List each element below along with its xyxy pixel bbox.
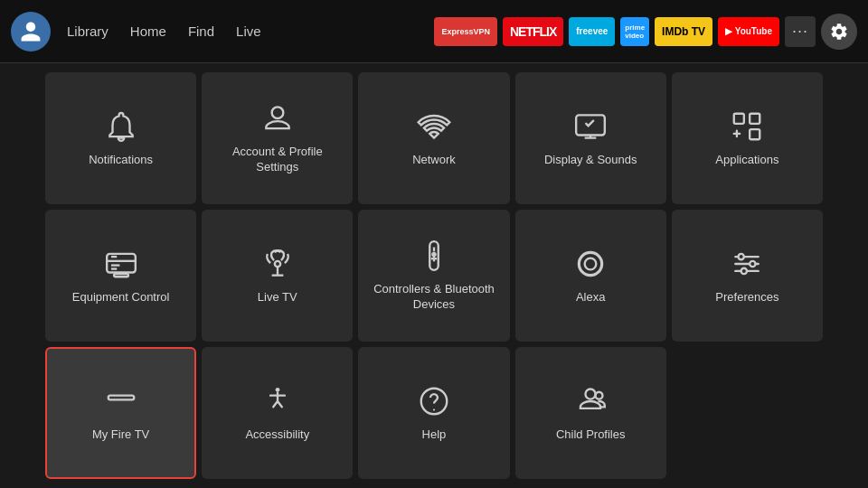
nav-find[interactable]: Find [188, 23, 214, 39]
app-youtube[interactable]: ▶ YouTube [718, 17, 779, 46]
display-label: Display & Sounds [544, 153, 637, 168]
nav-links: Library Home Find Live [67, 23, 261, 39]
svg-point-17 [580, 252, 602, 275]
settings-display[interactable]: Display & Sounds [515, 72, 666, 204]
svg-point-0 [271, 107, 283, 118]
svg-point-28 [433, 408, 435, 410]
help-icon [417, 384, 451, 418]
svg-point-11 [275, 260, 280, 266]
settings-account[interactable]: Account & Profile Settings [202, 72, 353, 204]
svg-rect-7 [114, 274, 128, 277]
user-avatar[interactable] [11, 12, 51, 52]
more-apps-button[interactable]: ··· [785, 16, 816, 47]
svg-point-24 [741, 267, 747, 273]
applications-label: Applications [715, 153, 778, 168]
preferences-label: Preferences [715, 290, 778, 305]
monitor-icon [104, 247, 138, 281]
top-navigation: Library Home Find Live ExpressVPN NETFLI… [0, 0, 868, 63]
svg-point-14 [432, 253, 435, 256]
person-icon [260, 101, 295, 136]
app-netflix[interactable]: NETFLIX [503, 17, 563, 46]
bell-icon [104, 109, 138, 144]
settings-applications[interactable]: Applications [672, 72, 823, 204]
settings-network[interactable]: Network [358, 72, 509, 204]
alexa-icon [573, 247, 608, 281]
settings-livetv[interactable]: Live TV [202, 210, 353, 342]
app-imdb[interactable]: IMDb TV [655, 17, 712, 46]
alexa-label: Alexa [576, 290, 606, 305]
myfiretv-label: My Fire TV [92, 427, 149, 443]
firetv-icon [104, 384, 138, 418]
notifications-label: Notifications [89, 153, 153, 168]
accessibility-icon [260, 384, 295, 418]
settings-equipment[interactable]: Equipment Control [45, 210, 196, 342]
livetv-label: Live TV [258, 290, 297, 305]
svg-rect-25 [108, 395, 134, 399]
settings-accessibility[interactable]: Accessibility [202, 347, 353, 479]
settings-controllers[interactable]: Controllers & Bluetooth Devices [358, 210, 509, 342]
app-freevee[interactable]: freevee [569, 17, 615, 46]
settings-gear-button[interactable] [821, 14, 857, 50]
svg-point-23 [750, 260, 756, 266]
antenna-icon [260, 247, 295, 281]
settings-alexa[interactable]: Alexa [515, 210, 666, 342]
svg-point-22 [739, 253, 744, 258]
apps-icon [730, 109, 764, 144]
nav-live[interactable]: Live [236, 23, 261, 39]
svg-point-26 [275, 388, 279, 392]
nav-library[interactable]: Library [67, 23, 108, 39]
nav-home[interactable]: Home [130, 23, 166, 39]
app-expressvpn[interactable]: ExpressVPN [434, 17, 497, 46]
wifi-icon [417, 109, 451, 144]
childprofiles-label: Child Profiles [556, 427, 626, 443]
app-prime[interactable]: primevideo [620, 17, 649, 46]
settings-childprofiles[interactable]: Child Profiles [515, 347, 666, 479]
svg-rect-5 [107, 253, 136, 272]
svg-rect-2 [734, 113, 744, 123]
network-label: Network [412, 153, 456, 168]
account-label: Account & Profile Settings [211, 145, 344, 175]
accessibility-label: Accessibility [245, 427, 309, 443]
display-icon [573, 109, 608, 144]
empty-cell [672, 347, 823, 479]
app-shortcuts: ExpressVPN NETFLIX freevee primevideo IM… [434, 14, 857, 50]
remote-icon [417, 239, 451, 273]
svg-point-30 [596, 391, 603, 399]
help-label: Help [422, 427, 447, 443]
sliders-icon [730, 247, 764, 281]
svg-point-18 [585, 258, 597, 269]
svg-rect-4 [750, 129, 760, 139]
settings-preferences[interactable]: Preferences [672, 210, 823, 342]
settings-help[interactable]: Help [358, 347, 509, 479]
equipment-label: Equipment Control [72, 290, 170, 305]
svg-rect-3 [750, 113, 760, 123]
svg-point-29 [586, 389, 596, 399]
settings-myfiretv[interactable]: My Fire TV [45, 347, 196, 479]
controllers-label: Controllers & Bluetooth Devices [367, 282, 500, 313]
settings-notifications[interactable]: Notifications [45, 72, 196, 204]
settings-grid: Notifications Account & Profile Settings… [0, 63, 868, 488]
child-icon [573, 384, 608, 418]
